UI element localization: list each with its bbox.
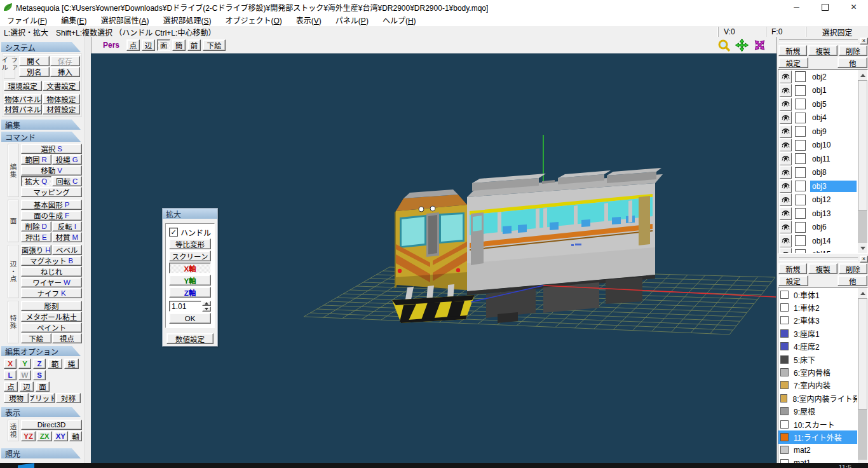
wire-command[interactable]: ワイヤーW <box>21 277 82 287</box>
view-yz-button[interactable]: YZ <box>21 431 36 441</box>
object-name[interactable]: obj9 <box>810 126 857 137</box>
object-name[interactable]: obj14 <box>810 235 857 247</box>
scale-value-input[interactable]: 1.01 <box>169 301 201 312</box>
minimize-button[interactable]: ─ <box>782 0 811 14</box>
object-lock-checkbox[interactable] <box>795 126 806 137</box>
object-name[interactable]: obj6 <box>810 221 857 233</box>
object-panel-close-button[interactable]: × <box>860 38 868 45</box>
object-visibility-button[interactable] <box>780 207 792 220</box>
section-light-header[interactable]: 照光 <box>1 448 81 458</box>
lasso-command[interactable]: 投縄G <box>52 155 83 165</box>
object-name[interactable]: obj10 <box>810 139 857 151</box>
object-settings-button[interactable]: 設定 <box>778 57 808 68</box>
numeric-settings-button[interactable]: 数値設定 <box>166 333 214 344</box>
object-delete-button[interactable]: 削除 <box>839 45 867 56</box>
object-lock-checkbox[interactable] <box>795 140 806 151</box>
material-settings-button[interactable]: 設定 <box>778 275 808 286</box>
object-visibility-button[interactable] <box>780 84 792 97</box>
menu-edit[interactable]: 編集(E) <box>54 15 93 25</box>
face-fill-command[interactable]: 面張りH <box>21 245 51 255</box>
primitive-command[interactable]: 基本図形P <box>21 200 82 210</box>
show-faces-toggle[interactable]: 面 <box>157 39 170 51</box>
object-lock-checkbox[interactable] <box>795 195 806 205</box>
object-lock-checkbox[interactable] <box>795 235 806 246</box>
section-display-header[interactable]: 表示 <box>1 407 81 417</box>
object-visibility-button[interactable] <box>780 153 792 165</box>
rotate-icon[interactable] <box>753 39 766 52</box>
y-axis-scale-button[interactable]: Y軸 <box>169 275 211 286</box>
lasso-toggle[interactable]: 縄 <box>64 359 79 369</box>
object-row[interactable]: obj13 <box>778 207 867 221</box>
scale-command[interactable]: 拡大Q <box>21 176 51 186</box>
menu-panel[interactable]: パネル(P) <box>329 15 376 25</box>
material-new-button[interactable]: 新規 <box>778 263 807 274</box>
object-lock-checkbox[interactable] <box>795 208 806 219</box>
select-command[interactable]: 選択S <box>21 144 82 154</box>
object-new-button[interactable]: 新規 <box>778 45 807 56</box>
pan-icon[interactable] <box>735 39 749 52</box>
menu-help[interactable]: ヘルプ(H) <box>376 15 423 25</box>
viewpoint-command[interactable]: 視点 <box>52 333 83 343</box>
material-row[interactable]: 2:車体3 <box>778 314 857 327</box>
axis-x-toggle[interactable]: X <box>4 359 17 369</box>
spin-up-button[interactable] <box>202 301 211 306</box>
object-row[interactable]: obj6 <box>778 221 867 235</box>
knife-command[interactable]: ナイフK <box>21 288 82 298</box>
object-name[interactable]: obj15 <box>810 249 857 254</box>
range-toggle[interactable]: 範 <box>48 359 62 369</box>
menu-object[interactable]: オブジェクト(O) <box>218 15 288 25</box>
scroll-thumb[interactable] <box>858 298 867 410</box>
windows-taskbar-sliver[interactable]: 11:5 <box>0 463 868 468</box>
object-name[interactable]: obj11 <box>810 153 857 165</box>
object-list-scrollbar[interactable] <box>858 70 867 253</box>
object-panel-toggle[interactable]: 物体パネル <box>4 94 42 104</box>
x-axis-scale-button[interactable]: X軸 <box>169 263 211 273</box>
object-lock-checkbox[interactable] <box>795 222 806 233</box>
twist-command[interactable]: ねじれ <box>21 266 82 277</box>
material-duplicate-button[interactable]: 複製 <box>808 263 837 274</box>
object-visibility-button[interactable] <box>780 125 792 138</box>
bevel-command[interactable]: ベベル <box>52 245 83 255</box>
object-visibility-button[interactable] <box>780 180 792 193</box>
object-name[interactable]: obj12 <box>810 194 857 205</box>
object-name[interactable]: obj8 <box>810 167 857 178</box>
section-edit-options-header[interactable]: 編集オプション <box>1 346 81 356</box>
z-axis-scale-button[interactable]: Z軸 <box>169 287 211 298</box>
handle-checkbox[interactable]: ✓ <box>169 228 178 237</box>
spin-down-button[interactable] <box>202 306 211 312</box>
axis-display-toggle[interactable]: 軸 <box>69 431 82 441</box>
menu-view[interactable]: 表示(V) <box>289 15 329 25</box>
object-row[interactable]: obj8 <box>778 166 867 180</box>
metaball-command[interactable]: メタボール粘土 <box>21 312 82 322</box>
section-edit-header[interactable]: 編集 <box>1 120 81 130</box>
save-as-button[interactable]: 別名 <box>19 67 50 77</box>
object-lock-checkbox[interactable] <box>795 99 806 109</box>
menu-selection-attr[interactable]: 選択部属性(A) <box>93 15 156 25</box>
open-button[interactable]: 開く <box>19 56 50 66</box>
scale-dialog-title[interactable]: 拡大 <box>163 209 217 219</box>
selection-lock-button[interactable]: 選択固定 <box>806 27 868 37</box>
material-row[interactable]: 10:スカート <box>778 418 857 430</box>
material-panel-close-button[interactable]: × <box>860 256 868 263</box>
scroll-down-button[interactable] <box>858 243 867 253</box>
object-visibility-button[interactable] <box>780 248 792 254</box>
section-system-header[interactable]: システム <box>1 42 81 52</box>
material-panel-toggle[interactable]: 材質パネル <box>4 104 42 114</box>
rotate-command[interactable]: 回転C <box>52 176 83 186</box>
object-visibility-button[interactable] <box>780 111 792 124</box>
object-name[interactable]: obj13 <box>810 208 857 219</box>
underlay-display-toggle[interactable]: 下絵 <box>203 39 226 51</box>
material-other-button[interactable]: 他 <box>837 275 867 286</box>
local-toggle[interactable]: L <box>4 370 17 380</box>
material-row[interactable]: 1:車体2 <box>778 301 857 313</box>
object-visibility-button[interactable] <box>780 166 792 179</box>
object-row[interactable]: obj10 <box>778 139 867 153</box>
doc-settings-button[interactable]: 文書設定 <box>43 81 81 91</box>
carve-command[interactable]: 彫刻 <box>21 301 82 311</box>
material-row[interactable]: 0:車体1 <box>778 288 857 301</box>
object-duplicate-button[interactable]: 複製 <box>808 45 837 56</box>
symmetry-toggle[interactable]: 対称 <box>56 393 81 403</box>
object-row[interactable]: obj9 <box>778 125 867 139</box>
screen-toggle[interactable]: S <box>33 370 46 380</box>
object-lock-checkbox[interactable] <box>795 249 806 254</box>
